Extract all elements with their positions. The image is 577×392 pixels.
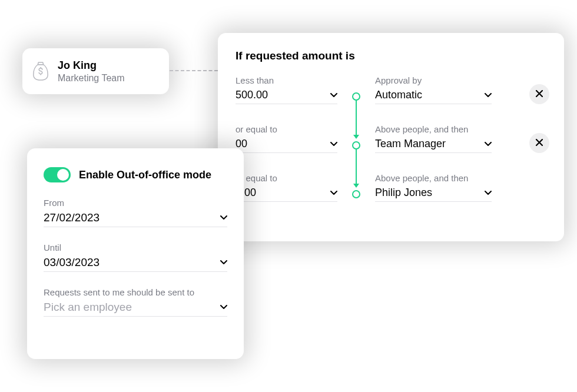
approver-select[interactable]: Philip Jones <box>375 187 492 202</box>
condition-value: 500.00 <box>236 89 268 101</box>
approver-value: Automatic <box>375 89 422 101</box>
approver-label: Approval by <box>375 75 492 85</box>
user-team: Marketing Team <box>58 73 125 84</box>
chevron-down-icon <box>220 305 227 310</box>
condition-label: Less than <box>236 75 337 85</box>
approver-select[interactable]: Team Manager <box>375 138 492 153</box>
ooo-toggle[interactable] <box>44 167 71 182</box>
out-of-office-card: Enable Out-of-office mode From 27/02/202… <box>27 148 244 359</box>
approver-label: Above people, and then <box>375 124 492 134</box>
approver-value: Philip Jones <box>375 187 432 199</box>
approval-rule-row: or equal to00Above people, and thenTeam … <box>236 124 550 153</box>
timeline-node <box>350 187 362 202</box>
chevron-down-icon <box>485 142 492 147</box>
remove-rule-button[interactable] <box>529 84 549 104</box>
user-name: Jo King <box>58 59 125 72</box>
timeline-node <box>350 138 362 153</box>
ooo-title: Enable Out-of-office mode <box>79 169 211 181</box>
chevron-down-icon <box>330 142 337 147</box>
user-card: Jo King Marketing Team <box>22 48 169 94</box>
chevron-down-icon <box>220 215 227 220</box>
approval-flow-card: If requested amount is Less than500.00Ap… <box>218 33 564 241</box>
condition-label: or equal to <box>236 124 337 134</box>
close-icon <box>536 90 543 99</box>
condition-select[interactable]: 0.00 <box>236 187 337 202</box>
from-date-picker[interactable]: 27/02/2023 <box>44 211 227 227</box>
chevron-down-icon <box>220 260 227 265</box>
condition-label: or equal to <box>236 173 337 183</box>
timeline-node <box>350 89 362 104</box>
from-date-value: 27/02/2023 <box>44 211 100 224</box>
approver-select[interactable]: Automatic <box>375 89 492 104</box>
chevron-down-icon <box>330 93 337 98</box>
money-bag-icon <box>32 61 49 81</box>
approver-value: Team Manager <box>375 138 446 150</box>
delegate-label: Requests sent to me should be sent to <box>44 287 227 297</box>
chevron-down-icon <box>330 191 337 195</box>
condition-select[interactable]: 00 <box>236 138 337 153</box>
condition-select[interactable]: 500.00 <box>236 89 337 104</box>
chevron-down-icon <box>485 93 492 98</box>
flow-heading: If requested amount is <box>236 49 550 62</box>
until-label: Until <box>44 242 227 253</box>
from-label: From <box>44 198 227 208</box>
connector-line <box>170 70 218 71</box>
approver-label: Above people, and then <box>375 173 492 183</box>
until-date-picker[interactable]: 03/03/2023 <box>44 256 227 272</box>
chevron-down-icon <box>485 191 492 195</box>
until-date-value: 03/03/2023 <box>44 256 100 269</box>
approval-rule-row: Less than500.00Approval byAutomatic <box>236 75 550 104</box>
delegate-placeholder: Pick an employee <box>44 301 132 314</box>
remove-rule-button[interactable] <box>529 133 549 153</box>
close-icon <box>536 139 543 148</box>
approval-rule-row: or equal to0.00Above people, and thenPhi… <box>236 173 550 202</box>
delegate-picker[interactable]: Pick an employee <box>44 301 227 317</box>
